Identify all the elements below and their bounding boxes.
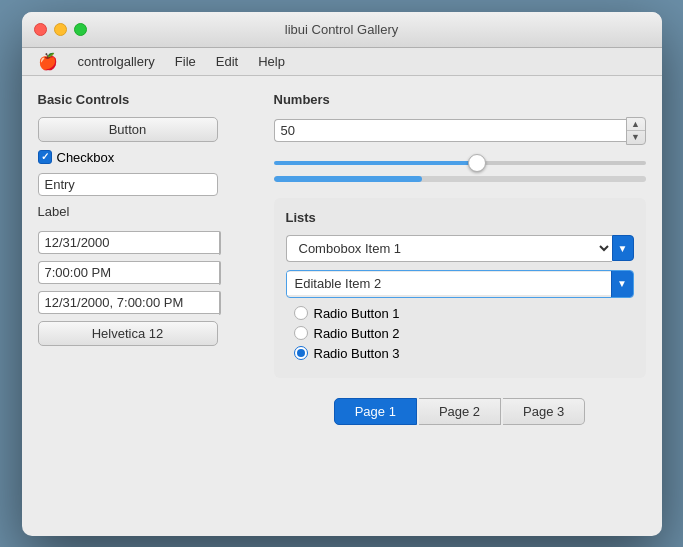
radio-button-3[interactable] (294, 346, 308, 360)
lists-title: Lists (286, 210, 634, 225)
label-control: Label (38, 204, 258, 219)
number-spinner-row: ▲ ▼ (274, 117, 646, 145)
combobox-control[interactable]: Combobox Item 1 (286, 235, 612, 262)
date-decrement[interactable]: ▼ (220, 243, 221, 254)
progress-bar-fill (274, 176, 423, 182)
right-panel: Numbers ▲ ▼ Lists (274, 92, 646, 520)
lists-section: Lists Combobox Item 1 ▼ ▼ Radio Button 1 (274, 198, 646, 378)
time-spinner-buttons: ▲ ▼ (219, 261, 221, 285)
tab-page-3[interactable]: Page 3 (503, 398, 585, 425)
checkbox-label: Checkbox (57, 150, 115, 165)
close-button[interactable] (34, 23, 47, 36)
time-increment[interactable]: ▲ (220, 262, 221, 273)
time-input[interactable] (38, 261, 219, 284)
datetime-picker: ▲ ▼ (38, 291, 218, 315)
radio-button-1[interactable] (294, 306, 308, 320)
date-increment[interactable]: ▲ (220, 232, 221, 243)
number-increment[interactable]: ▲ (627, 118, 645, 131)
checkbox-row: Checkbox (38, 150, 258, 165)
radio-row-2: Radio Button 2 (286, 326, 634, 341)
number-decrement[interactable]: ▼ (627, 131, 645, 144)
tabs-row: Page 1 Page 2 Page 3 (274, 390, 646, 433)
combobox-row: Combobox Item 1 ▼ (286, 235, 634, 262)
time-picker: ▲ ▼ (38, 261, 218, 285)
editable-combobox-row: ▼ (286, 270, 634, 298)
date-input[interactable] (38, 231, 219, 254)
menu-edit[interactable]: Edit (208, 52, 246, 71)
entry-input[interactable] (38, 173, 218, 196)
datetime-decrement[interactable]: ▼ (220, 303, 221, 314)
progress-bar-container (274, 176, 646, 182)
apple-menu[interactable]: 🍎 (30, 50, 66, 73)
button-control[interactable]: Button (38, 117, 218, 142)
menubar: 🍎 controlgallery File Edit Help (22, 48, 662, 76)
tab-page-2[interactable]: Page 2 (419, 398, 501, 425)
datetime-increment[interactable]: ▲ (220, 292, 221, 303)
datetime-input[interactable] (38, 291, 219, 314)
tab-page-1[interactable]: Page 1 (334, 398, 417, 425)
main-window: libui Control Gallery 🍎 controlgallery F… (22, 12, 662, 536)
menu-controlgallery[interactable]: controlgallery (70, 52, 163, 71)
slider-control[interactable] (274, 161, 646, 165)
date-picker: ▲ ▼ (38, 231, 218, 255)
editable-combobox-dropdown[interactable]: ▼ (611, 271, 633, 297)
basic-controls-title: Basic Controls (38, 92, 258, 107)
date-spinner-buttons: ▲ ▼ (219, 231, 221, 255)
combobox-dropdown-button[interactable]: ▼ (612, 235, 634, 261)
checkbox-control[interactable] (38, 150, 52, 164)
traffic-lights (34, 23, 87, 36)
radio-label-2: Radio Button 2 (314, 326, 400, 341)
number-input[interactable] (274, 119, 626, 142)
titlebar: libui Control Gallery (22, 12, 662, 48)
radio-group: Radio Button 1 Radio Button 2 Radio Butt… (286, 306, 634, 361)
radio-label-3: Radio Button 3 (314, 346, 400, 361)
menu-file[interactable]: File (167, 52, 204, 71)
maximize-button[interactable] (74, 23, 87, 36)
minimize-button[interactable] (54, 23, 67, 36)
slider-container (274, 153, 646, 168)
content: Basic Controls Button Checkbox Label ▲ ▼ (22, 76, 662, 536)
datetime-spinner-buttons: ▲ ▼ (219, 291, 221, 315)
editable-combobox-input[interactable] (287, 272, 611, 295)
radio-label-1: Radio Button 1 (314, 306, 400, 321)
numbers-section: Numbers ▲ ▼ (274, 92, 646, 182)
numbers-title: Numbers (274, 92, 646, 107)
radio-row-1: Radio Button 1 (286, 306, 634, 321)
radio-button-2[interactable] (294, 326, 308, 340)
radio-row-3: Radio Button 3 (286, 346, 634, 361)
menu-help[interactable]: Help (250, 52, 293, 71)
font-button[interactable]: Helvetica 12 (38, 321, 218, 346)
left-panel: Basic Controls Button Checkbox Label ▲ ▼ (38, 92, 258, 520)
time-decrement[interactable]: ▼ (220, 273, 221, 284)
number-spinner-buttons: ▲ ▼ (626, 117, 646, 145)
window-title: libui Control Gallery (285, 22, 398, 37)
